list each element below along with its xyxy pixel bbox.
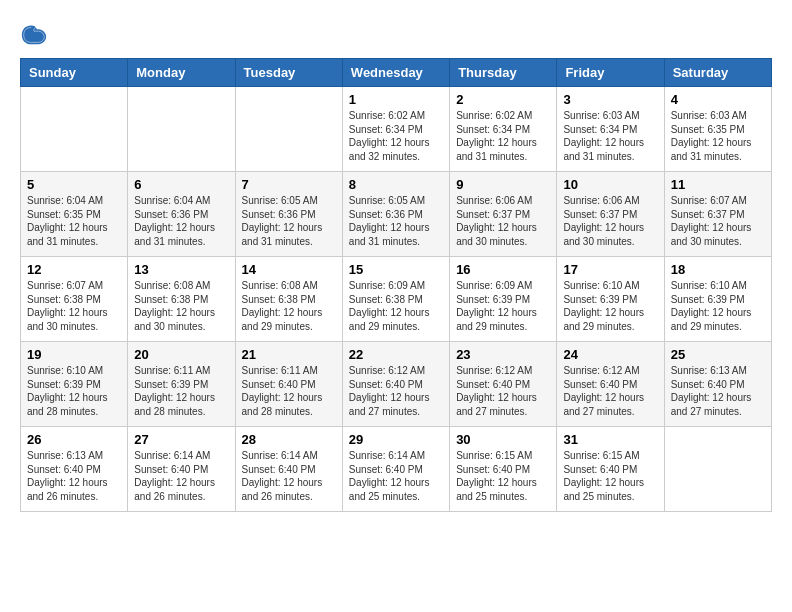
calendar-day: 7Sunrise: 6:05 AM Sunset: 6:36 PM Daylig… — [235, 172, 342, 257]
calendar-day — [21, 87, 128, 172]
calendar-day: 10Sunrise: 6:06 AM Sunset: 6:37 PM Dayli… — [557, 172, 664, 257]
day-info: Sunrise: 6:13 AM Sunset: 6:40 PM Dayligh… — [27, 449, 121, 503]
page-header — [20, 20, 772, 48]
day-number: 7 — [242, 177, 336, 192]
weekday-header-friday: Friday — [557, 59, 664, 87]
calendar-day: 25Sunrise: 6:13 AM Sunset: 6:40 PM Dayli… — [664, 342, 771, 427]
calendar-day: 9Sunrise: 6:06 AM Sunset: 6:37 PM Daylig… — [450, 172, 557, 257]
day-info: Sunrise: 6:10 AM Sunset: 6:39 PM Dayligh… — [27, 364, 121, 418]
calendar-day: 26Sunrise: 6:13 AM Sunset: 6:40 PM Dayli… — [21, 427, 128, 512]
day-info: Sunrise: 6:14 AM Sunset: 6:40 PM Dayligh… — [349, 449, 443, 503]
day-number: 1 — [349, 92, 443, 107]
calendar-day: 28Sunrise: 6:14 AM Sunset: 6:40 PM Dayli… — [235, 427, 342, 512]
calendar-day: 4Sunrise: 6:03 AM Sunset: 6:35 PM Daylig… — [664, 87, 771, 172]
day-number: 31 — [563, 432, 657, 447]
day-number: 19 — [27, 347, 121, 362]
calendar-day: 22Sunrise: 6:12 AM Sunset: 6:40 PM Dayli… — [342, 342, 449, 427]
calendar-day — [235, 87, 342, 172]
day-number: 20 — [134, 347, 228, 362]
day-number: 16 — [456, 262, 550, 277]
weekday-header-thursday: Thursday — [450, 59, 557, 87]
day-number: 28 — [242, 432, 336, 447]
day-number: 10 — [563, 177, 657, 192]
weekday-header-saturday: Saturday — [664, 59, 771, 87]
calendar-day: 20Sunrise: 6:11 AM Sunset: 6:39 PM Dayli… — [128, 342, 235, 427]
calendar-week-1: 1Sunrise: 6:02 AM Sunset: 6:34 PM Daylig… — [21, 87, 772, 172]
day-info: Sunrise: 6:09 AM Sunset: 6:39 PM Dayligh… — [456, 279, 550, 333]
day-info: Sunrise: 6:06 AM Sunset: 6:37 PM Dayligh… — [563, 194, 657, 248]
day-number: 11 — [671, 177, 765, 192]
calendar-day: 15Sunrise: 6:09 AM Sunset: 6:38 PM Dayli… — [342, 257, 449, 342]
logo — [20, 20, 52, 48]
day-info: Sunrise: 6:04 AM Sunset: 6:36 PM Dayligh… — [134, 194, 228, 248]
day-info: Sunrise: 6:11 AM Sunset: 6:40 PM Dayligh… — [242, 364, 336, 418]
day-info: Sunrise: 6:13 AM Sunset: 6:40 PM Dayligh… — [671, 364, 765, 418]
day-info: Sunrise: 6:14 AM Sunset: 6:40 PM Dayligh… — [134, 449, 228, 503]
day-info: Sunrise: 6:12 AM Sunset: 6:40 PM Dayligh… — [456, 364, 550, 418]
day-info: Sunrise: 6:03 AM Sunset: 6:34 PM Dayligh… — [563, 109, 657, 163]
calendar-day: 11Sunrise: 6:07 AM Sunset: 6:37 PM Dayli… — [664, 172, 771, 257]
day-info: Sunrise: 6:02 AM Sunset: 6:34 PM Dayligh… — [349, 109, 443, 163]
day-info: Sunrise: 6:08 AM Sunset: 6:38 PM Dayligh… — [134, 279, 228, 333]
calendar-day: 27Sunrise: 6:14 AM Sunset: 6:40 PM Dayli… — [128, 427, 235, 512]
calendar-day: 19Sunrise: 6:10 AM Sunset: 6:39 PM Dayli… — [21, 342, 128, 427]
day-info: Sunrise: 6:12 AM Sunset: 6:40 PM Dayligh… — [349, 364, 443, 418]
day-number: 27 — [134, 432, 228, 447]
day-number: 29 — [349, 432, 443, 447]
calendar: SundayMondayTuesdayWednesdayThursdayFrid… — [20, 58, 772, 512]
day-info: Sunrise: 6:08 AM Sunset: 6:38 PM Dayligh… — [242, 279, 336, 333]
calendar-day: 17Sunrise: 6:10 AM Sunset: 6:39 PM Dayli… — [557, 257, 664, 342]
day-info: Sunrise: 6:02 AM Sunset: 6:34 PM Dayligh… — [456, 109, 550, 163]
day-info: Sunrise: 6:11 AM Sunset: 6:39 PM Dayligh… — [134, 364, 228, 418]
day-info: Sunrise: 6:10 AM Sunset: 6:39 PM Dayligh… — [671, 279, 765, 333]
day-number: 4 — [671, 92, 765, 107]
calendar-day: 12Sunrise: 6:07 AM Sunset: 6:38 PM Dayli… — [21, 257, 128, 342]
logo-icon — [20, 20, 48, 48]
calendar-day: 1Sunrise: 6:02 AM Sunset: 6:34 PM Daylig… — [342, 87, 449, 172]
day-number: 5 — [27, 177, 121, 192]
day-number: 15 — [349, 262, 443, 277]
weekday-header-row: SundayMondayTuesdayWednesdayThursdayFrid… — [21, 59, 772, 87]
day-number: 24 — [563, 347, 657, 362]
calendar-week-4: 19Sunrise: 6:10 AM Sunset: 6:39 PM Dayli… — [21, 342, 772, 427]
day-number: 9 — [456, 177, 550, 192]
calendar-day: 24Sunrise: 6:12 AM Sunset: 6:40 PM Dayli… — [557, 342, 664, 427]
day-info: Sunrise: 6:05 AM Sunset: 6:36 PM Dayligh… — [349, 194, 443, 248]
calendar-day — [128, 87, 235, 172]
calendar-day: 29Sunrise: 6:14 AM Sunset: 6:40 PM Dayli… — [342, 427, 449, 512]
day-info: Sunrise: 6:07 AM Sunset: 6:38 PM Dayligh… — [27, 279, 121, 333]
day-number: 13 — [134, 262, 228, 277]
day-number: 18 — [671, 262, 765, 277]
calendar-day: 16Sunrise: 6:09 AM Sunset: 6:39 PM Dayli… — [450, 257, 557, 342]
day-info: Sunrise: 6:09 AM Sunset: 6:38 PM Dayligh… — [349, 279, 443, 333]
day-number: 12 — [27, 262, 121, 277]
calendar-day: 8Sunrise: 6:05 AM Sunset: 6:36 PM Daylig… — [342, 172, 449, 257]
day-info: Sunrise: 6:15 AM Sunset: 6:40 PM Dayligh… — [456, 449, 550, 503]
calendar-day: 21Sunrise: 6:11 AM Sunset: 6:40 PM Dayli… — [235, 342, 342, 427]
day-info: Sunrise: 6:05 AM Sunset: 6:36 PM Dayligh… — [242, 194, 336, 248]
day-number: 23 — [456, 347, 550, 362]
calendar-day: 3Sunrise: 6:03 AM Sunset: 6:34 PM Daylig… — [557, 87, 664, 172]
day-number: 2 — [456, 92, 550, 107]
day-info: Sunrise: 6:03 AM Sunset: 6:35 PM Dayligh… — [671, 109, 765, 163]
day-number: 17 — [563, 262, 657, 277]
calendar-day: 2Sunrise: 6:02 AM Sunset: 6:34 PM Daylig… — [450, 87, 557, 172]
day-number: 21 — [242, 347, 336, 362]
calendar-week-2: 5Sunrise: 6:04 AM Sunset: 6:35 PM Daylig… — [21, 172, 772, 257]
day-number: 22 — [349, 347, 443, 362]
day-number: 14 — [242, 262, 336, 277]
day-number: 3 — [563, 92, 657, 107]
day-info: Sunrise: 6:14 AM Sunset: 6:40 PM Dayligh… — [242, 449, 336, 503]
calendar-day: 14Sunrise: 6:08 AM Sunset: 6:38 PM Dayli… — [235, 257, 342, 342]
day-info: Sunrise: 6:06 AM Sunset: 6:37 PM Dayligh… — [456, 194, 550, 248]
weekday-header-wednesday: Wednesday — [342, 59, 449, 87]
calendar-week-5: 26Sunrise: 6:13 AM Sunset: 6:40 PM Dayli… — [21, 427, 772, 512]
day-info: Sunrise: 6:10 AM Sunset: 6:39 PM Dayligh… — [563, 279, 657, 333]
weekday-header-tuesday: Tuesday — [235, 59, 342, 87]
day-number: 6 — [134, 177, 228, 192]
calendar-day: 6Sunrise: 6:04 AM Sunset: 6:36 PM Daylig… — [128, 172, 235, 257]
day-number: 25 — [671, 347, 765, 362]
day-info: Sunrise: 6:04 AM Sunset: 6:35 PM Dayligh… — [27, 194, 121, 248]
calendar-day: 23Sunrise: 6:12 AM Sunset: 6:40 PM Dayli… — [450, 342, 557, 427]
calendar-day: 13Sunrise: 6:08 AM Sunset: 6:38 PM Dayli… — [128, 257, 235, 342]
